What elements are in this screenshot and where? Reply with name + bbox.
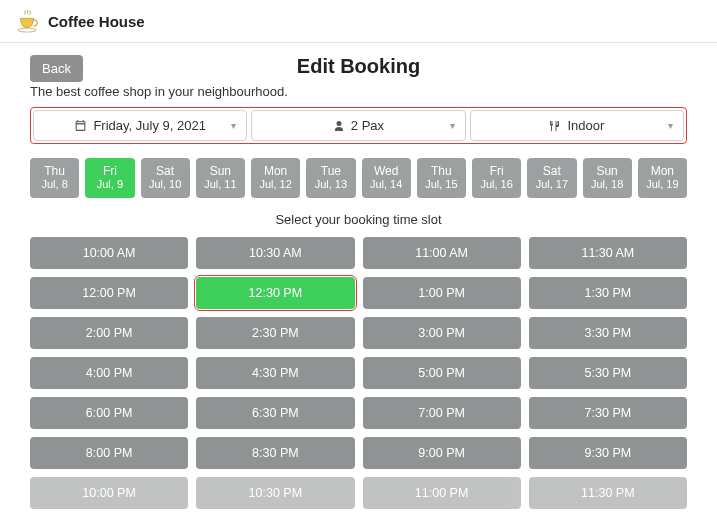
date-md: Jul, 17 xyxy=(529,178,574,191)
time-slot[interactable]: 10:30 AM xyxy=(196,237,354,269)
date-tile[interactable]: FriJul, 16 xyxy=(472,158,521,198)
pax-selector-value: 2 Pax xyxy=(351,118,384,133)
date-dow: Sat xyxy=(529,164,574,178)
date-dow: Tue xyxy=(308,164,353,178)
date-md: Jul, 12 xyxy=(253,178,298,191)
area-selector[interactable]: Indoor ▾ xyxy=(470,110,684,141)
date-dow: Fri xyxy=(474,164,519,178)
time-slot[interactable]: 3:00 PM xyxy=(363,317,521,349)
app-header: Coffee House xyxy=(0,0,717,43)
date-dow: Sun xyxy=(585,164,630,178)
date-dow: Thu xyxy=(419,164,464,178)
date-tile[interactable]: ThuJul, 15 xyxy=(417,158,466,198)
date-md: Jul, 15 xyxy=(419,178,464,191)
date-tile[interactable]: TueJul, 13 xyxy=(306,158,355,198)
date-md: Jul, 16 xyxy=(474,178,519,191)
date-tile[interactable]: SatJul, 17 xyxy=(527,158,576,198)
time-slot[interactable]: 9:00 PM xyxy=(363,437,521,469)
calendar-icon xyxy=(74,119,87,132)
chevron-down-icon: ▾ xyxy=(668,120,673,131)
time-slot[interactable]: 9:30 PM xyxy=(529,437,687,469)
pax-selector[interactable]: 2 Pax ▾ xyxy=(251,110,465,141)
date-md: Jul, 14 xyxy=(364,178,409,191)
date-selector-value: Friday, July 9, 2021 xyxy=(93,118,205,133)
chevron-down-icon: ▾ xyxy=(450,120,455,131)
date-tile[interactable]: MonJul, 19 xyxy=(638,158,687,198)
utensils-icon xyxy=(549,120,561,132)
person-icon xyxy=(333,120,345,132)
date-md: Jul, 11 xyxy=(198,178,243,191)
slots-grid: 10:00 AM10:30 AM11:00 AM11:30 AM12:00 PM… xyxy=(30,237,687,509)
time-slot[interactable]: 11:30 AM xyxy=(529,237,687,269)
title-row: Back Edit Booking xyxy=(30,55,687,78)
time-slot[interactable]: 4:00 PM xyxy=(30,357,188,389)
date-tile[interactable]: FriJul, 9 xyxy=(85,158,134,198)
shop-name: Coffee House xyxy=(48,13,145,30)
date-md: Jul, 18 xyxy=(585,178,630,191)
date-dow: Thu xyxy=(32,164,77,178)
time-slot[interactable]: 5:00 PM xyxy=(363,357,521,389)
date-dow: Mon xyxy=(253,164,298,178)
time-slot[interactable]: 2:30 PM xyxy=(196,317,354,349)
time-slot[interactable]: 10:00 AM xyxy=(30,237,188,269)
logo-icon xyxy=(14,8,40,34)
date-dow: Wed xyxy=(364,164,409,178)
selector-row: Friday, July 9, 2021 ▾ 2 Pax ▾ Indoor ▾ xyxy=(30,107,687,144)
time-slot[interactable]: 12:00 PM xyxy=(30,277,188,309)
svg-point-0 xyxy=(18,28,36,32)
date-dow: Mon xyxy=(640,164,685,178)
time-slot[interactable]: 3:30 PM xyxy=(529,317,687,349)
back-button[interactable]: Back xyxy=(30,55,83,82)
date-dow: Sun xyxy=(198,164,243,178)
time-slot[interactable]: 11:30 PM xyxy=(529,477,687,509)
time-slot[interactable]: 7:30 PM xyxy=(529,397,687,429)
time-slot[interactable]: 4:30 PM xyxy=(196,357,354,389)
date-selector[interactable]: Friday, July 9, 2021 ▾ xyxy=(33,110,247,141)
date-tile[interactable]: SunJul, 18 xyxy=(583,158,632,198)
date-md: Jul, 8 xyxy=(32,178,77,191)
chevron-down-icon: ▾ xyxy=(231,120,236,131)
time-slot[interactable]: 12:30 PM xyxy=(196,277,354,309)
time-slot[interactable]: 10:30 PM xyxy=(196,477,354,509)
area-selector-value: Indoor xyxy=(567,118,604,133)
date-tile[interactable]: ThuJul, 8 xyxy=(30,158,79,198)
time-slot[interactable]: 2:00 PM xyxy=(30,317,188,349)
time-slot[interactable]: 1:00 PM xyxy=(363,277,521,309)
date-dow: Fri xyxy=(87,164,132,178)
time-slot[interactable]: 6:30 PM xyxy=(196,397,354,429)
tagline: The best coffee shop in your neighbourho… xyxy=(30,84,687,99)
time-slot[interactable]: 1:30 PM xyxy=(529,277,687,309)
time-slot[interactable]: 11:00 AM xyxy=(363,237,521,269)
time-slot[interactable]: 10:00 PM xyxy=(30,477,188,509)
date-md: Jul, 10 xyxy=(143,178,188,191)
time-slot[interactable]: 8:30 PM xyxy=(196,437,354,469)
date-md: Jul, 9 xyxy=(87,178,132,191)
date-md: Jul, 19 xyxy=(640,178,685,191)
page-title: Edit Booking xyxy=(297,55,420,78)
time-slot[interactable]: 7:00 PM xyxy=(363,397,521,429)
date-tile[interactable]: SatJul, 10 xyxy=(141,158,190,198)
date-tile[interactable]: MonJul, 12 xyxy=(251,158,300,198)
time-slot[interactable]: 5:30 PM xyxy=(529,357,687,389)
date-tile[interactable]: WedJul, 14 xyxy=(362,158,411,198)
time-slot[interactable]: 6:00 PM xyxy=(30,397,188,429)
time-slot[interactable]: 11:00 PM xyxy=(363,477,521,509)
date-dow: Sat xyxy=(143,164,188,178)
time-slot[interactable]: 8:00 PM xyxy=(30,437,188,469)
date-md: Jul, 13 xyxy=(308,178,353,191)
date-tile[interactable]: SunJul, 11 xyxy=(196,158,245,198)
content: Back Edit Booking The best coffee shop i… xyxy=(0,43,717,529)
slot-heading: Select your booking time slot xyxy=(30,212,687,227)
dates-row: ThuJul, 8FriJul, 9SatJul, 10SunJul, 11Mo… xyxy=(30,158,687,198)
